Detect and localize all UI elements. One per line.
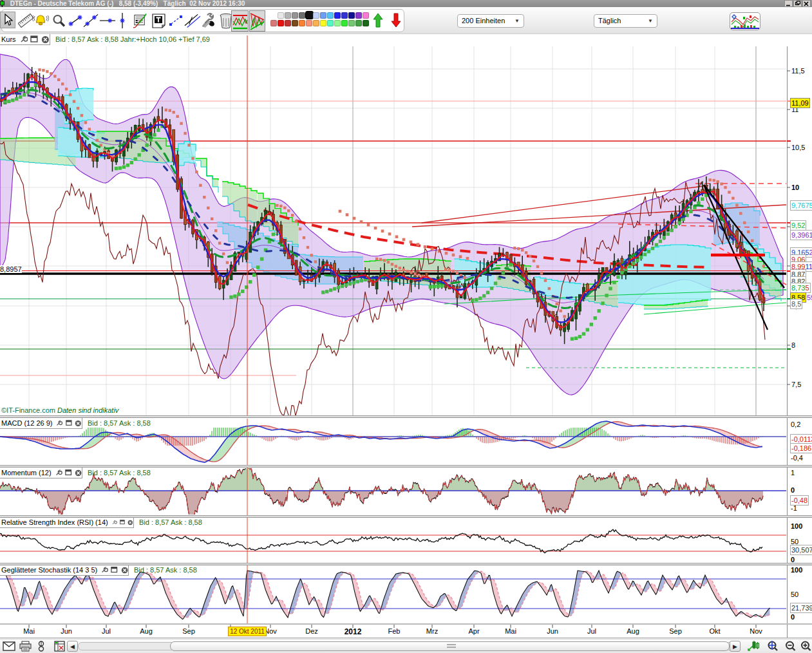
svg-text:7,5: 7,5: [791, 381, 801, 388]
svg-text:10,5: 10,5: [791, 144, 805, 151]
svg-text:8: 8: [791, 341, 795, 349]
svg-text:10: 10: [791, 184, 799, 191]
svg-text:11,5: 11,5: [791, 67, 805, 75]
